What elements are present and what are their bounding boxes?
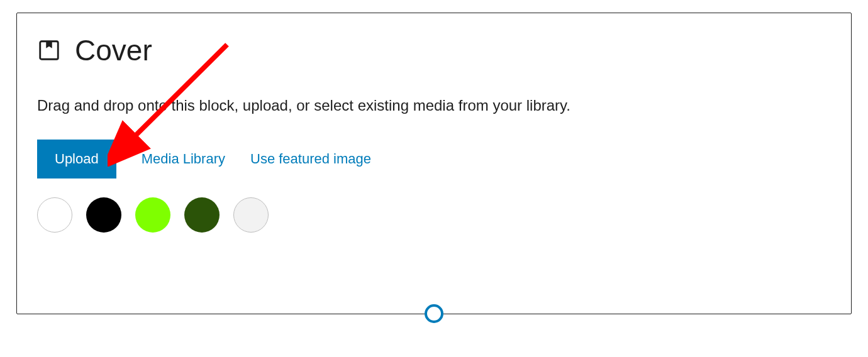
cover-icon <box>37 38 61 62</box>
placeholder-header: Cover <box>37 36 831 65</box>
resize-handle[interactable] <box>425 304 443 323</box>
placeholder-actions: Upload Media Library Use featured image <box>37 140 831 178</box>
media-library-button[interactable]: Media Library <box>142 151 225 167</box>
upload-button[interactable]: Upload <box>37 140 116 178</box>
cover-block-placeholder: Cover Drag and drop onto this block, upl… <box>16 13 852 314</box>
placeholder-description: Drag and drop onto this block, upload, o… <box>37 95 831 117</box>
color-swatch-black[interactable] <box>86 197 121 233</box>
color-swatch-dark-green[interactable] <box>184 197 220 233</box>
block-title: Cover <box>75 36 152 65</box>
color-swatch-lime-green[interactable] <box>135 197 170 233</box>
use-featured-image-button[interactable]: Use featured image <box>250 151 371 167</box>
color-swatch-row <box>37 197 831 233</box>
color-swatch-light-gray[interactable] <box>233 197 269 233</box>
color-swatch-white[interactable] <box>37 197 72 233</box>
